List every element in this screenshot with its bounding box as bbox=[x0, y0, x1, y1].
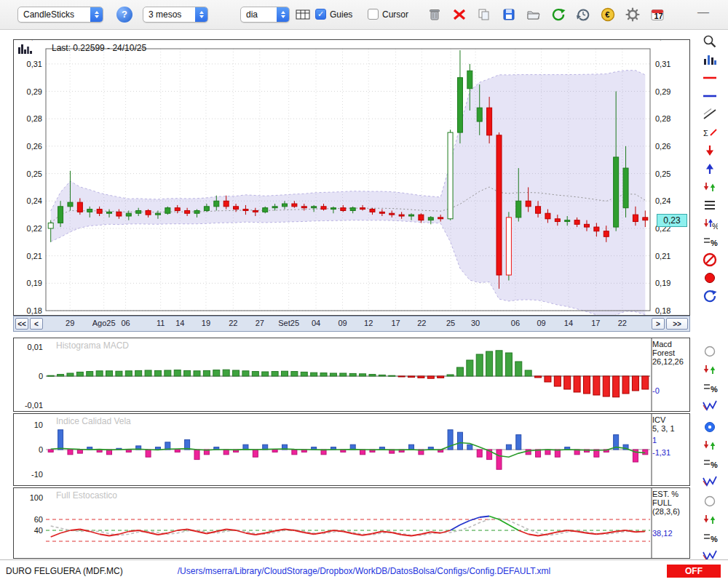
refresh-blue-icon[interactable] bbox=[700, 288, 719, 304]
app-window: CandleSticks ? 3 mesos dia ✓ Guies Curso… bbox=[0, 0, 728, 582]
macd-lines-percent-icon[interactable]: % bbox=[700, 380, 719, 396]
help-button[interactable]: ? bbox=[116, 7, 132, 23]
folder-open-icon[interactable] bbox=[525, 5, 542, 24]
record-icon[interactable] bbox=[700, 270, 719, 286]
macd-signal-arrows-icon[interactable] bbox=[700, 362, 719, 378]
euro-icon[interactable]: € bbox=[599, 5, 617, 24]
config-path-link[interactable]: /Users/mserra/Library/CloudStorage/Dropb… bbox=[178, 566, 550, 576]
toolbar-icon-group: €17 bbox=[426, 5, 666, 24]
main-chart-panel[interactable]: 0,320,320,310,310,290,290,280,280,260,26… bbox=[13, 39, 690, 316]
stepper-icon bbox=[195, 7, 207, 22]
stoch-lines-percent-icon[interactable]: % bbox=[700, 530, 719, 546]
icv-signal-arrows-icon[interactable] bbox=[700, 437, 719, 453]
macd-v-curve-icon[interactable] bbox=[700, 398, 719, 414]
cursor-label: Cursor bbox=[382, 9, 408, 20]
time-axis: << < > >> 29Ago25061114192227Set25040912… bbox=[13, 316, 690, 332]
svg-text:0,32: 0,32 bbox=[27, 40, 42, 41]
trash-icon[interactable] bbox=[426, 5, 443, 24]
stoch-value: 38,12 bbox=[652, 529, 689, 538]
svg-text:0,01: 0,01 bbox=[28, 343, 43, 351]
stepper-icon bbox=[90, 7, 103, 22]
arrows-percent-icon[interactable]: % bbox=[700, 215, 719, 231]
guies-checkbox[interactable]: ✓ Guies bbox=[315, 9, 352, 20]
zoom-icon[interactable] bbox=[700, 33, 719, 49]
svg-text:0,25: 0,25 bbox=[655, 170, 670, 178]
svg-text:%: % bbox=[711, 239, 718, 247]
svg-text:60: 60 bbox=[34, 515, 43, 524]
svg-text:%: % bbox=[712, 222, 718, 231]
period-select[interactable]: 3 mesos bbox=[143, 7, 208, 23]
stochastic-panel[interactable]: 1006040 Full Estocastico EST. % FULL (28… bbox=[13, 487, 690, 559]
svg-text:0,25: 0,25 bbox=[27, 170, 42, 178]
lines-percent-icon[interactable]: % bbox=[700, 234, 719, 250]
stoch-info-line: FULL bbox=[652, 498, 689, 507]
macd-panel[interactable]: 0,010-0,01 Histograma MACD Macd Forest 2… bbox=[13, 338, 690, 412]
refresh-green-icon[interactable] bbox=[550, 5, 567, 24]
interval-select[interactable]: dia bbox=[240, 7, 290, 23]
blue-line-icon[interactable] bbox=[700, 88, 719, 104]
cursor-checkbox[interactable]: Cursor bbox=[368, 9, 408, 20]
minimize-button[interactable]: — bbox=[697, 6, 709, 19]
chart-type-select[interactable]: CandleSticks bbox=[17, 7, 103, 23]
svg-text:0,32: 0,32 bbox=[655, 40, 670, 41]
last-price-tag: 0,23 bbox=[657, 214, 687, 227]
macd-radio[interactable] bbox=[700, 343, 719, 359]
macd-info-line: 26,12,26 bbox=[652, 357, 689, 366]
icv-panel[interactable]: 100-10 Indice Calidad Vela ICV 5, 3, 1 1… bbox=[13, 413, 690, 486]
svg-text:€: € bbox=[605, 10, 609, 19]
candlestick-chart: 0,320,320,310,310,290,290,280,280,260,26… bbox=[14, 40, 689, 315]
arrow-up-blue-icon[interactable] bbox=[700, 161, 719, 177]
save-icon[interactable] bbox=[500, 5, 518, 24]
gear-icon[interactable] bbox=[624, 5, 641, 24]
scroll-far-right-button[interactable]: >> bbox=[666, 318, 688, 330]
delete-x-icon[interactable] bbox=[451, 5, 468, 24]
axis-tick-label: 06 bbox=[121, 319, 130, 327]
axis-tick-label: 09 bbox=[338, 319, 347, 327]
axis-tick-label: Ago25 bbox=[92, 319, 116, 327]
no-entry-icon[interactable] bbox=[700, 252, 719, 268]
scroll-right-button[interactable]: > bbox=[652, 318, 665, 330]
svg-text:40: 40 bbox=[34, 526, 43, 535]
right-toolbar: Σ%%%%% bbox=[693, 31, 727, 565]
scroll-far-left-button[interactable]: << bbox=[15, 318, 28, 330]
sigma-trend-icon[interactable]: Σ bbox=[700, 124, 719, 140]
stoch-title: Full Estocastico bbox=[56, 490, 117, 501]
history-icon[interactable] bbox=[574, 5, 592, 24]
axis-tick-label: 22 bbox=[618, 319, 627, 327]
svg-text:0,19: 0,19 bbox=[27, 279, 42, 287]
axis-tick-label: 14 bbox=[175, 319, 184, 327]
svg-text:0,28: 0,28 bbox=[27, 114, 42, 123]
axis-tick-label: 11 bbox=[157, 319, 165, 327]
svg-text:%: % bbox=[711, 535, 718, 543]
period-value: 3 mesos bbox=[143, 9, 195, 20]
axis-tick-label: 12 bbox=[364, 319, 373, 327]
arrow-down-red-icon[interactable] bbox=[700, 143, 719, 159]
icv-lines-percent-icon[interactable]: % bbox=[700, 455, 719, 471]
signal-arrows-icon[interactable] bbox=[700, 179, 719, 195]
axis-tick-label: 09 bbox=[537, 319, 545, 327]
macd-title: Histograma MACD bbox=[56, 340, 129, 351]
red-line-icon[interactable] bbox=[700, 70, 719, 86]
axis-tick-label: 22 bbox=[417, 319, 426, 327]
axis-tick-label: 14 bbox=[564, 319, 573, 327]
copy-icon[interactable] bbox=[475, 5, 493, 24]
last-price-label: Last: 0.22599 - 24/10/25 bbox=[52, 43, 146, 53]
icv-value-1: 1 bbox=[652, 436, 689, 445]
svg-text:0,31: 0,31 bbox=[655, 60, 670, 68]
axis-tick-label: 27 bbox=[256, 319, 264, 327]
table-icon[interactable] bbox=[295, 7, 312, 22]
svg-text:0,24: 0,24 bbox=[655, 196, 670, 205]
svg-text:0,28: 0,28 bbox=[655, 114, 670, 123]
stoch-radio[interactable] bbox=[700, 493, 719, 509]
chart-style-icon[interactable] bbox=[700, 52, 719, 68]
svg-text:0,29: 0,29 bbox=[27, 87, 42, 96]
calendar-icon[interactable]: 17 bbox=[649, 5, 666, 24]
stoch-signal-arrows-icon[interactable] bbox=[700, 511, 719, 527]
icv-v-curve-icon[interactable] bbox=[700, 474, 719, 490]
icv-info-line: 5, 3, 1 bbox=[652, 424, 689, 433]
icv-radio[interactable] bbox=[700, 419, 719, 435]
stoch-info-line: (28,3,6) bbox=[652, 507, 689, 516]
trend-line-icon[interactable] bbox=[700, 106, 719, 122]
scroll-left-button[interactable]: < bbox=[30, 318, 43, 330]
list-icon[interactable] bbox=[700, 197, 719, 213]
